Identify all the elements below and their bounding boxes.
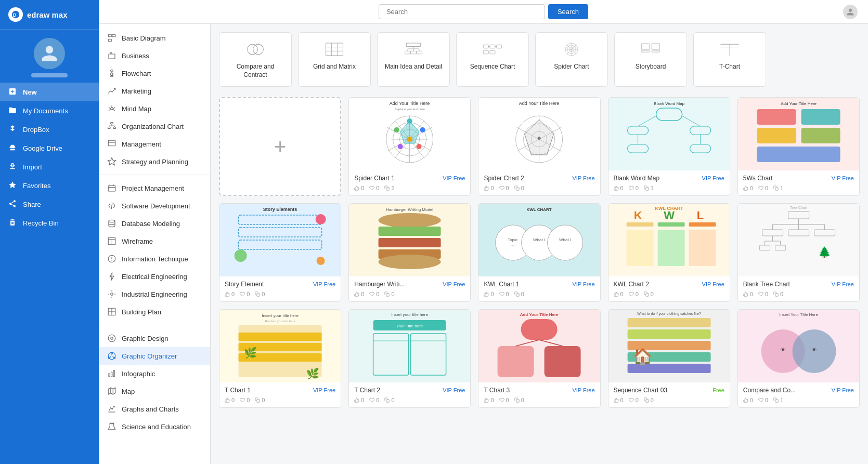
- menu-item-business[interactable]: Business: [99, 47, 210, 64]
- template-name: T Chart 3: [484, 387, 510, 394]
- svg-rect-152: [379, 227, 441, 236]
- menu-item-database-modeling[interactable]: Database Modeling: [99, 215, 210, 232]
- template-info-5ws-chart: 5Ws Chart VIP Free 0 0 1: [738, 170, 859, 195]
- sidebar-item-share[interactable]: Share: [0, 195, 99, 214]
- menu-item-map[interactable]: Map: [99, 382, 210, 400]
- category-card-sequence-chart[interactable]: Sequence Chart: [456, 32, 529, 87]
- menu-item-strategy-planning[interactable]: Strategy and Planning: [99, 153, 210, 170]
- menu-item-basic-diagram[interactable]: Basic Diagram: [99, 29, 210, 47]
- menu-item-graphs-charts[interactable]: Graphs and Charts: [99, 400, 210, 418]
- menu-item-graphic-organizer[interactable]: Graphic Organizer: [99, 347, 210, 365]
- category-card-compare-contract[interactable]: Compare and Contract: [219, 32, 292, 87]
- svg-point-146: [316, 214, 326, 224]
- category-card-spider-chart[interactable]: Spider Chart: [535, 32, 608, 87]
- menu-item-mind-map[interactable]: Mind Map: [99, 100, 210, 117]
- menu-item-building-plan[interactable]: Building Plan: [99, 303, 210, 321]
- svg-rect-78: [483, 50, 488, 54]
- sidebar-label-my-documents: My Documents: [23, 107, 68, 115]
- template-info-spider-chart-2: Spider Chart 2 VIP Free 0 0 0: [478, 170, 600, 195]
- sidebar-item-recycle-bin[interactable]: Recycle Bin: [0, 214, 99, 232]
- template-card-spider-chart-1[interactable]: Add Your Title Here Replace you text her…: [348, 97, 471, 196]
- electrical-icon: [107, 272, 116, 281]
- menu-item-electrical-engineering[interactable]: Electrical Engineering: [99, 268, 210, 285]
- map-icon: [107, 387, 116, 396]
- category-label-t-chart: T-Chart: [719, 63, 740, 71]
- template-card-new[interactable]: +: [219, 97, 341, 196]
- svg-rect-176: [646, 294, 649, 296]
- template-card-blank-word-map[interactable]: Blank Word Map Blank Word Map VIP Free: [608, 97, 730, 196]
- sidebar-item-import[interactable]: Import: [0, 157, 99, 176]
- svg-point-151: [379, 213, 441, 228]
- template-card-t-chart-1[interactable]: Insert your title here Replace you text …: [219, 309, 341, 408]
- svg-text:Tree Chart: Tree Chart: [790, 206, 807, 209]
- svg-rect-5: [109, 54, 115, 59]
- template-stats: 0 0 1: [614, 185, 724, 191]
- template-card-5ws-chart[interactable]: Add Your Title Here 5Ws Chart VIP Free 0: [737, 97, 860, 196]
- template-badge: VIP Free: [443, 387, 465, 393]
- svg-text:🌿: 🌿: [244, 347, 257, 359]
- menu-item-information-technique[interactable]: Information Technique: [99, 250, 210, 268]
- template-card-spider-chart-2[interactable]: Add Your Title Here Spider Chart 2 VIP F…: [478, 97, 600, 196]
- template-card-kwl-chart-2[interactable]: KWL CHART K W L KWL Chart 2 VIP Free: [608, 203, 730, 302]
- app-logo: D: [8, 7, 23, 22]
- template-stats: 0 0 1: [743, 397, 854, 403]
- software-icon: [107, 201, 116, 210]
- menu-item-infographic[interactable]: Infographic: [99, 365, 210, 382]
- template-copies: 0: [255, 397, 265, 403]
- sidebar-item-google-drive[interactable]: Google Drive: [0, 139, 99, 157]
- menu-item-flowchart[interactable]: Flowchart: [99, 64, 210, 82]
- svg-text:Insert your title here: Insert your title here: [262, 313, 299, 318]
- svg-rect-170: [626, 222, 653, 227]
- menu-item-marketing[interactable]: Marketing: [99, 82, 210, 100]
- menu-item-wireframe[interactable]: Wireframe: [99, 232, 210, 250]
- template-card-t-chart-2[interactable]: Insert your title here Your Title here T…: [348, 309, 471, 408]
- svg-text:Topic:: Topic:: [508, 237, 519, 242]
- flowchart-icon: [107, 69, 116, 78]
- sidebar-item-my-documents[interactable]: My Documents: [0, 101, 99, 120]
- category-card-t-chart[interactable]: T-Chart: [693, 32, 766, 87]
- menu-item-project-management[interactable]: Project Management: [99, 179, 210, 197]
- menu-item-software-development[interactable]: Software Development: [99, 197, 210, 215]
- template-info-kwl-chart-2: KWL Chart 2 VIP Free 0 0 0: [608, 276, 730, 301]
- template-copies: 1: [773, 185, 783, 191]
- topbar-user-avatar[interactable]: [843, 5, 858, 19]
- svg-line-29: [111, 203, 112, 209]
- template-card-story-element[interactable]: Story Elements Story Element VIP Free 0: [219, 203, 341, 302]
- svg-text:D: D: [13, 12, 17, 18]
- search-button[interactable]: Search: [548, 4, 588, 19]
- template-card-t-chart-3[interactable]: Add Your Title Here T Chart 3 VIP Free 0: [478, 309, 600, 408]
- chart-icon: [107, 404, 116, 414]
- sidebar-item-favorites[interactable]: Favorites: [0, 176, 99, 195]
- svg-point-111: [398, 144, 403, 149]
- spider-icon: [560, 40, 583, 59]
- org-icon: [107, 122, 116, 131]
- template-info-hamburger-writing: Hamburger Writi... VIP Free 0 0 0: [349, 276, 470, 301]
- svg-rect-129: [690, 144, 710, 153]
- template-card-kwl-chart-1[interactable]: KWL CHART Topic: text What I What I KWL …: [478, 203, 600, 302]
- svg-rect-218: [516, 400, 519, 402]
- sidebar-item-dropbox[interactable]: DropBox: [0, 120, 99, 139]
- template-badge: VIP Free: [313, 281, 335, 287]
- sidebar-item-new[interactable]: New: [0, 83, 99, 101]
- template-stats: 0 0 0: [614, 291, 724, 297]
- menu-item-industrial-engineering[interactable]: Industrial Engineering: [99, 285, 210, 303]
- template-card-compare-and-co[interactable]: Insert Your Title Here 👁 👁 Compare and C…: [737, 309, 860, 408]
- svg-line-217: [539, 340, 563, 346]
- menu-item-management[interactable]: Management: [99, 135, 210, 153]
- menu-item-graphic-design[interactable]: Graphic Design: [99, 329, 210, 347]
- svg-text:Story Elements: Story Elements: [263, 207, 297, 212]
- template-card-sequence-chart-03[interactable]: What to do if your clothing catches fire…: [608, 309, 730, 408]
- category-card-main-idea-detail[interactable]: Main Idea and Detail: [377, 32, 450, 87]
- category-card-grid-matrix[interactable]: Grid and Matrix: [298, 32, 371, 87]
- search-input[interactable]: [379, 4, 545, 19]
- menu-item-science-education[interactable]: Science and Education: [99, 418, 210, 435]
- template-card-hamburger-writing[interactable]: Hamburger Writing Model Hamburger Writi.…: [348, 203, 471, 302]
- svg-rect-213: [521, 319, 558, 340]
- category-card-storyboard[interactable]: Storyboard: [614, 32, 687, 87]
- menu-label-mind-map: Mind Map: [122, 105, 151, 113]
- menu-label-basic-diagram: Basic Diagram: [122, 34, 166, 42]
- svg-rect-136: [757, 109, 796, 125]
- svg-rect-2: [108, 34, 111, 37]
- menu-item-organizational-chart[interactable]: Organizational Chart: [99, 117, 210, 135]
- template-card-blank-tree-chart[interactable]: Tree Chart 🌲: [737, 203, 860, 302]
